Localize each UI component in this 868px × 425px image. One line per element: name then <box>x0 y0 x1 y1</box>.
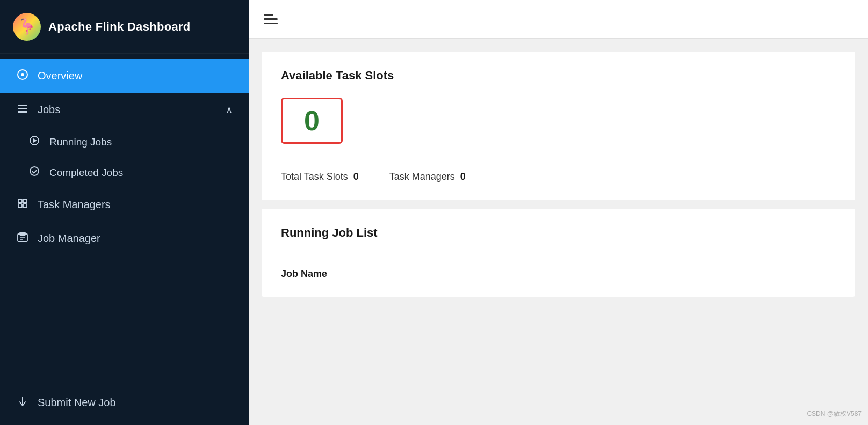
svg-rect-3 <box>18 108 27 109</box>
sidebar-item-overview-label: Overview <box>38 70 82 82</box>
submit-new-job-icon <box>16 395 29 410</box>
svg-rect-8 <box>18 199 22 203</box>
running-jobs-icon <box>28 135 41 149</box>
job-manager-icon <box>16 231 29 246</box>
jobs-icon <box>16 102 29 117</box>
topbar <box>249 0 868 39</box>
svg-rect-2 <box>18 105 27 106</box>
svg-point-1 <box>21 73 24 76</box>
sidebar-item-submit-new-job-label: Submit New Job <box>38 397 116 409</box>
sidebar-jobs-header[interactable]: Jobs ∧ <box>0 93 249 127</box>
overview-icon <box>16 69 29 83</box>
total-task-slots-label: Total Task Slots <box>281 171 348 182</box>
svg-point-7 <box>30 167 39 175</box>
content-area: Available Task Slots 0 Total Task Slots … <box>249 39 868 425</box>
hamburger-line-3 <box>264 23 278 24</box>
app-title: Apache Flink Dashboard <box>48 20 191 34</box>
sidebar-item-job-manager-label: Job Manager <box>38 232 100 245</box>
hamburger-line-1 <box>264 14 273 16</box>
running-job-list-card: Running Job List Job Name <box>262 209 855 297</box>
task-managers-meta-value: 0 <box>460 171 466 182</box>
task-managers-meta-item: Task Managers 0 <box>389 171 466 182</box>
sidebar-jobs-label: Jobs <box>38 104 60 116</box>
sidebar-item-completed-jobs-label: Completed Jobs <box>49 167 123 179</box>
svg-rect-9 <box>23 199 27 203</box>
svg-rect-10 <box>18 204 22 208</box>
sidebar-item-running-jobs[interactable]: Running Jobs <box>0 127 249 157</box>
sidebar: 🦩 Apache Flink Dashboard Overview <box>0 0 249 425</box>
watermark: CSDN @敏权V587 <box>807 409 862 419</box>
sidebar-header: 🦩 Apache Flink Dashboard <box>0 0 249 54</box>
completed-jobs-icon <box>28 166 41 179</box>
job-name-column-header: Job Name <box>281 268 327 279</box>
job-name-section: Job Name <box>281 255 836 280</box>
sidebar-item-overview[interactable]: Overview <box>0 59 249 93</box>
running-job-list-title: Running Job List <box>281 226 836 240</box>
task-meta-divider <box>374 170 374 183</box>
svg-marker-6 <box>33 138 37 143</box>
total-task-slots-value: 0 <box>353 171 359 182</box>
task-managers-meta-label: Task Managers <box>389 171 455 182</box>
menu-toggle-button[interactable] <box>264 14 278 24</box>
app-logo: 🦩 <box>13 13 41 41</box>
sidebar-item-running-jobs-label: Running Jobs <box>49 136 112 148</box>
task-managers-icon <box>16 197 29 212</box>
sidebar-item-task-managers-label: Task Managers <box>38 199 111 211</box>
sidebar-item-submit-new-job[interactable]: Submit New Job <box>0 386 249 420</box>
sidebar-item-job-manager[interactable]: Job Manager <box>0 222 249 255</box>
task-meta: Total Task Slots 0 Task Managers 0 <box>281 159 836 183</box>
sidebar-nav: Overview Jobs ∧ <box>0 54 249 425</box>
sidebar-item-task-managers[interactable]: Task Managers <box>0 188 249 222</box>
sidebar-item-completed-jobs[interactable]: Completed Jobs <box>0 157 249 188</box>
available-task-slots-box: 0 <box>281 98 343 144</box>
main-content: Available Task Slots 0 Total Task Slots … <box>249 0 868 425</box>
sidebar-jobs-header-left: Jobs <box>16 102 60 117</box>
available-task-slots-title: Available Task Slots <box>281 69 836 83</box>
jobs-chevron-icon: ∧ <box>226 104 233 116</box>
hamburger-line-2 <box>264 18 278 20</box>
available-task-slots-value: 0 <box>304 105 320 136</box>
total-task-slots-item: Total Task Slots 0 <box>281 171 359 182</box>
svg-rect-4 <box>18 111 27 113</box>
available-task-slots-card: Available Task Slots 0 Total Task Slots … <box>262 52 855 200</box>
svg-rect-11 <box>23 204 27 208</box>
sidebar-section-jobs: Jobs ∧ Running Jobs <box>0 93 249 188</box>
